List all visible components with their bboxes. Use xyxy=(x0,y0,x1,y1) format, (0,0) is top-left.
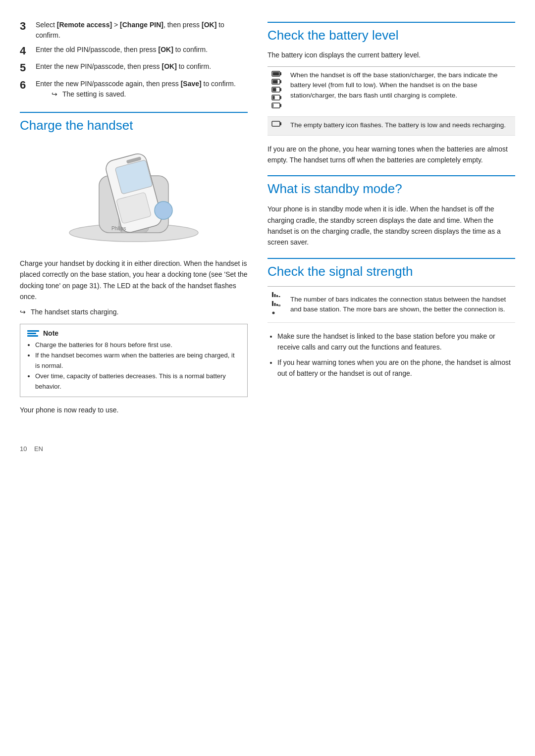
signal-section-title: Check the signal strength xyxy=(268,258,515,279)
battery-icons-full-to-low xyxy=(268,67,286,117)
svg-rect-33 xyxy=(279,305,280,306)
step-5: 5 Enter the new PIN/passcode, then press… xyxy=(20,61,248,74)
svg-rect-25 xyxy=(280,122,281,125)
step-number-3: 3 xyxy=(20,20,32,33)
svg-rect-32 xyxy=(276,304,278,306)
signal-icons-cell xyxy=(268,286,286,322)
handset-image: Philips xyxy=(35,141,233,250)
step-text-4: Enter the old PIN/passcode, then press [… xyxy=(36,45,208,55)
step-number-4: 4 xyxy=(20,45,32,57)
page-number: 10 xyxy=(20,445,27,453)
note-item-3: Over time, capacity of batteries decreas… xyxy=(35,371,240,392)
svg-rect-27 xyxy=(274,294,276,297)
note-line-1 xyxy=(27,330,39,332)
page-lang: EN xyxy=(34,445,43,453)
note-box: Note Charge the batteries for 8 hours be… xyxy=(20,324,248,397)
svg-point-8 xyxy=(155,202,172,219)
arrow-icon: ↪ xyxy=(52,90,57,98)
right-column: Check the battery level The battery icon… xyxy=(268,20,515,453)
svg-rect-23 xyxy=(273,104,274,107)
note-label: Note xyxy=(43,329,58,337)
battery-table: When the handset is off the base station… xyxy=(268,66,515,136)
signal-bullets: Make sure the handset is linked to the b… xyxy=(268,331,515,379)
step-text-5: Enter the new PIN/passcode, then press [… xyxy=(36,61,211,72)
battery-icons-svg-2 xyxy=(271,120,282,128)
charge-result-text: The handset starts charging. xyxy=(31,308,118,316)
step-number-6: 6 xyxy=(20,79,32,92)
handset-svg: Philips xyxy=(50,146,218,245)
svg-rect-26 xyxy=(272,292,273,297)
note-item-1: Charge the batteries for 8 hours before … xyxy=(35,340,240,351)
battery-desc-2: The empty battery icon flashes. The batt… xyxy=(286,117,515,135)
svg-rect-29 xyxy=(279,296,280,297)
svg-rect-31 xyxy=(274,303,276,306)
step-6: 6 Enter the new PIN/passcode again, then… xyxy=(20,79,248,98)
step-6-result-text: The setting is saved. xyxy=(62,90,126,98)
note-list: Charge the batteries for 8 hours before … xyxy=(27,340,240,392)
left-column: 3 Select [Remote access] > [Change PIN],… xyxy=(20,20,248,453)
svg-rect-11 xyxy=(273,72,279,76)
battery-desc-1: When the handset is off the base station… xyxy=(286,67,515,117)
battery-row-2: The empty battery icon flashes. The batt… xyxy=(268,117,515,135)
svg-rect-20 xyxy=(273,96,275,100)
step-text-3: Select [Remote access] > [Change PIN], t… xyxy=(36,20,248,41)
step-6-result: ↪ The setting is saved. xyxy=(52,90,236,98)
svg-rect-22 xyxy=(280,104,281,107)
page: 3 Select [Remote access] > [Change PIN],… xyxy=(0,0,535,472)
battery-intro: The battery icon displays the current ba… xyxy=(268,50,515,60)
signal-icons-svg xyxy=(271,290,282,316)
charge-description: Charge your handset by docking it in eit… xyxy=(20,258,248,302)
battery-row-1: When the handset is off the base station… xyxy=(268,67,515,117)
svg-text:Philips: Philips xyxy=(111,226,126,231)
battery-warning: If you are on the phone, you hear warnin… xyxy=(268,144,515,166)
note-header: Note xyxy=(27,329,240,337)
signal-bullet-2: If you hear warning tones when you are o… xyxy=(277,357,515,379)
svg-rect-19 xyxy=(280,96,281,99)
standby-section-title: What is standby mode? xyxy=(268,175,515,197)
svg-rect-17 xyxy=(273,88,276,92)
signal-desc-1: The number of bars indicates the connect… xyxy=(286,286,515,322)
battery-section-title: Check the battery level xyxy=(268,22,515,43)
svg-rect-16 xyxy=(280,88,281,91)
charge-result: ↪ The handset starts charging. xyxy=(20,308,248,316)
note-line-3 xyxy=(27,335,38,337)
note-icon xyxy=(27,330,39,337)
ready-text: Your phone is now ready to use. xyxy=(20,405,248,415)
page-footer: 10 EN xyxy=(20,445,248,453)
arrow-icon-2: ↪ xyxy=(20,308,26,316)
svg-point-34 xyxy=(272,311,275,314)
svg-rect-14 xyxy=(273,80,278,84)
svg-rect-30 xyxy=(272,301,273,306)
signal-bullet-1: Make sure the handset is linked to the b… xyxy=(277,331,515,353)
signal-row-1: The number of bars indicates the connect… xyxy=(268,286,515,322)
step-number-5: 5 xyxy=(20,61,32,74)
battery-icons-svg-1 xyxy=(271,70,282,110)
svg-rect-10 xyxy=(280,72,281,75)
standby-description: Your phone is in standby mode when it is… xyxy=(268,203,515,248)
signal-table: The number of bars indicates the connect… xyxy=(268,286,515,323)
battery-icons-empty xyxy=(268,117,286,135)
step-4: 4 Enter the old PIN/passcode, then press… xyxy=(20,45,248,57)
steps-list: 3 Select [Remote access] > [Change PIN],… xyxy=(20,20,248,98)
step-3: 3 Select [Remote access] > [Change PIN],… xyxy=(20,20,248,41)
charge-section-title: Charge the handset xyxy=(20,112,248,133)
svg-rect-28 xyxy=(276,295,278,297)
note-item-2: If the handset becomes warm when the bat… xyxy=(35,351,240,371)
note-line-2 xyxy=(27,333,36,334)
svg-rect-13 xyxy=(280,80,281,83)
step-text-6: Enter the new PIN/passcode again, then p… xyxy=(36,80,236,88)
svg-rect-24 xyxy=(272,121,280,126)
